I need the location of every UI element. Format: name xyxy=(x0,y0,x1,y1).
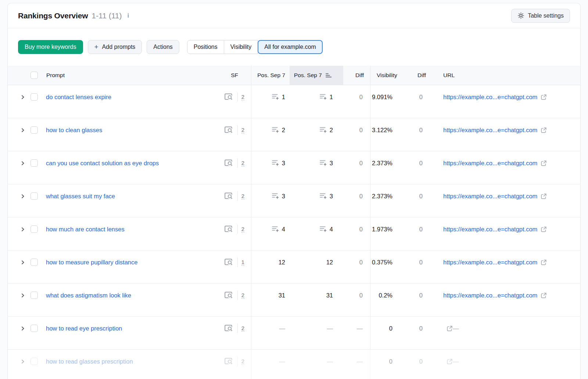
position-value: 4 xyxy=(282,226,285,233)
result-url-link[interactable]: https://example.co...e=chatgpt.com xyxy=(443,259,537,266)
buy-more-keywords-button[interactable]: Buy more keywords xyxy=(18,40,83,54)
serp-features-icon[interactable] xyxy=(225,192,233,200)
diff-value: 0 xyxy=(419,226,423,233)
col-header-pos-b-sorted[interactable]: Pos. Sep 7 xyxy=(290,66,343,85)
col-header-sf[interactable]: SF xyxy=(231,72,238,79)
serp-features-icon[interactable] xyxy=(225,259,233,266)
expand-chevron-icon[interactable] xyxy=(21,326,25,331)
prompt-cell: how to clean glasses 2 xyxy=(8,118,251,151)
col-header-diff-a[interactable]: Diff xyxy=(343,66,370,85)
prompt-link[interactable]: how to read eye prescription xyxy=(46,325,122,332)
row-checkbox[interactable] xyxy=(31,126,38,134)
serp-features-group: 2 xyxy=(225,324,244,333)
serp-features-icon[interactable] xyxy=(225,159,233,167)
prompt-link[interactable]: do contact lenses expire xyxy=(46,94,111,101)
sf-count[interactable]: 2 xyxy=(241,325,244,332)
expand-chevron-icon[interactable] xyxy=(21,260,25,265)
prompt-link[interactable]: can you use contact solution as eye drop… xyxy=(46,160,159,167)
sf-count[interactable]: 2 xyxy=(241,94,244,100)
visibility-cell: 2.373% xyxy=(370,184,406,217)
external-link-icon[interactable] xyxy=(541,226,547,232)
visibility-value: 1.973% xyxy=(372,226,392,233)
sf-count[interactable]: 2 xyxy=(241,127,244,133)
prompt-link[interactable]: how much are contact lenses xyxy=(46,226,125,233)
serp-features-icon[interactable] xyxy=(225,93,233,101)
result-url-link[interactable]: https://example.co...e=chatgpt.com xyxy=(443,160,537,167)
prompt-link[interactable]: how to clean glasses xyxy=(46,127,102,134)
expand-chevron-icon[interactable] xyxy=(21,95,25,100)
col-header-url[interactable]: URL xyxy=(432,66,580,85)
row-checkbox[interactable] xyxy=(31,93,38,101)
expand-chevron-icon[interactable] xyxy=(21,194,25,199)
external-link-icon[interactable] xyxy=(541,94,547,100)
serp-features-icon[interactable] xyxy=(225,292,233,299)
sf-count[interactable]: 2 xyxy=(241,292,244,299)
serp-features-icon[interactable] xyxy=(225,358,233,365)
table-settings-button[interactable]: Table settings xyxy=(511,9,570,23)
sf-count[interactable]: 2 xyxy=(241,160,244,166)
col-header-diff-b[interactable]: Diff xyxy=(406,66,432,85)
col-header-visibility[interactable]: Visibility xyxy=(370,66,406,85)
position-value: 3 xyxy=(282,160,285,167)
sf-count[interactable]: 2 xyxy=(241,358,244,365)
row-checkbox[interactable] xyxy=(31,159,38,167)
external-link-icon[interactable] xyxy=(447,358,453,365)
external-link-icon[interactable] xyxy=(541,160,547,166)
external-link-icon[interactable] xyxy=(541,292,547,299)
prompt-cell: what does astigmatism look like 2 xyxy=(8,284,251,316)
prompt-cell: how to read glasses prescription 2 xyxy=(8,350,251,379)
result-url-link[interactable]: https://example.co...e=chatgpt.com xyxy=(443,292,537,299)
ai-overview-icon xyxy=(320,226,327,232)
rows-range-label: 1-11 (11) xyxy=(92,11,122,20)
view-switcher: PositionsVisibilityAll for example.com xyxy=(187,40,323,54)
toolbar: Buy more keywords + Add prompts Actions … xyxy=(8,28,580,66)
add-prompts-button[interactable]: + Add prompts xyxy=(88,40,142,54)
view-segment-visibility[interactable]: Visibility xyxy=(224,40,258,54)
position-value: 2 xyxy=(282,127,285,134)
external-link-icon[interactable] xyxy=(541,127,547,133)
diff-a-cell: 0 xyxy=(343,118,370,151)
col-header-prompt[interactable]: Prompt xyxy=(46,72,65,79)
row-checkbox[interactable] xyxy=(31,225,38,233)
prompt-cell: how much are contact lenses 2 xyxy=(8,217,251,250)
serp-features-icon[interactable] xyxy=(225,325,233,332)
position-a-cell: 12 xyxy=(251,250,290,283)
view-segment-positions[interactable]: Positions xyxy=(187,40,224,54)
actions-button[interactable]: Actions xyxy=(147,40,179,54)
page-title: Rankings Overview xyxy=(18,11,88,20)
diff-value: 0 xyxy=(419,160,423,167)
external-link-icon[interactable] xyxy=(541,193,547,199)
external-link-icon[interactable] xyxy=(447,325,453,332)
expand-chevron-icon[interactable] xyxy=(21,293,25,298)
sf-count[interactable]: 2 xyxy=(241,193,244,199)
col-header-pos-a[interactable]: Pos. Sep 7 xyxy=(251,66,290,85)
expand-chevron-icon[interactable] xyxy=(21,161,25,166)
table-row: what does astigmatism look like 2 xyxy=(8,284,580,317)
expand-chevron-icon[interactable] xyxy=(21,227,25,232)
serp-features-icon[interactable] xyxy=(225,225,233,233)
prompt-link[interactable]: how to read glasses prescription xyxy=(46,358,133,365)
result-url-link[interactable]: https://example.co...e=chatgpt.com xyxy=(443,94,537,101)
divider xyxy=(237,224,238,234)
serp-features-icon[interactable] xyxy=(225,126,233,134)
row-checkbox[interactable] xyxy=(31,292,38,299)
result-url-link[interactable]: https://example.co...e=chatgpt.com xyxy=(443,127,537,134)
expand-chevron-icon[interactable] xyxy=(21,128,25,133)
row-checkbox[interactable] xyxy=(31,358,38,365)
info-icon[interactable]: i xyxy=(127,12,129,19)
prompt-link[interactable]: how to measure pupillary distance xyxy=(46,259,137,266)
prompt-link[interactable]: what does astigmatism look like xyxy=(46,292,131,299)
sf-count[interactable]: 1 xyxy=(241,259,244,266)
sf-count[interactable]: 2 xyxy=(241,226,244,232)
external-link-icon[interactable] xyxy=(541,259,547,266)
row-checkbox[interactable] xyxy=(31,259,38,266)
url-cell: https://example.co...e=chatgpt.com xyxy=(432,118,580,151)
expand-chevron-icon[interactable] xyxy=(21,359,25,364)
view-segment-all-for-example-com[interactable]: All for example.com xyxy=(258,40,323,54)
row-checkbox[interactable] xyxy=(31,325,38,332)
row-checkbox[interactable] xyxy=(31,192,38,200)
result-url-link[interactable]: https://example.co...e=chatgpt.com xyxy=(443,193,537,200)
select-all-checkbox[interactable] xyxy=(31,72,38,79)
result-url-link[interactable]: https://example.co...e=chatgpt.com xyxy=(443,226,537,233)
prompt-link[interactable]: what glasses suit my face xyxy=(46,193,115,200)
